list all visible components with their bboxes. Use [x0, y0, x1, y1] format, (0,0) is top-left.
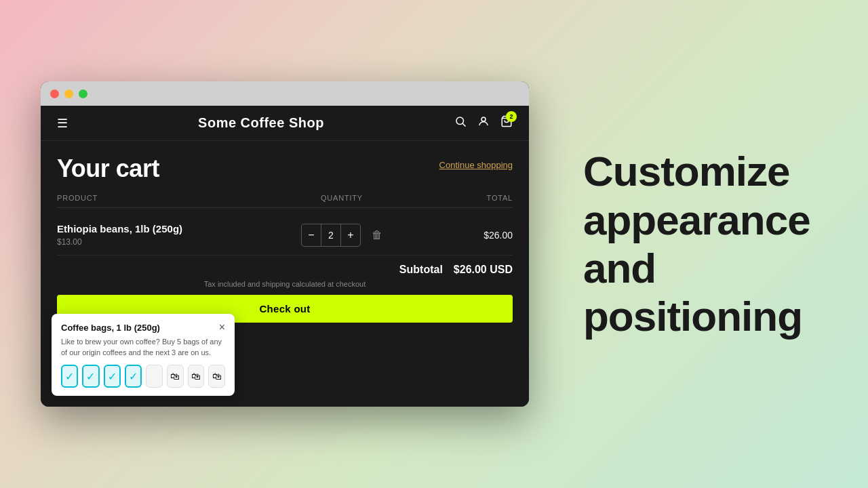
quantity-control: − 2 +	[301, 224, 361, 247]
popup-title: Coffee bags, 1 lb (250g)	[61, 323, 160, 333]
subtotal-label: Subtotal	[399, 264, 443, 276]
right-text-area: Customize appearance and positioning	[529, 147, 827, 340]
main-content: Your cart Continue shopping PRODUCT QUAN…	[41, 141, 529, 336]
svg-point-2	[481, 117, 486, 121]
popup-item-3: ✓	[104, 365, 121, 388]
quantity-column: − 2 + 🗑	[285, 224, 399, 247]
close-button[interactable]	[50, 89, 59, 98]
item-price: $13.00	[57, 237, 285, 247]
store-title: Some Coffee Shop	[198, 115, 324, 131]
quantity-value: 2	[321, 224, 341, 246]
popup-item-8: 🛍	[208, 365, 225, 388]
cart-title: Your cart	[57, 155, 159, 183]
cart-icon[interactable]: 2	[500, 115, 513, 131]
item-name: Ethiopia beans, 1lb (250g)	[57, 223, 285, 235]
store-header: ☰ Some Coffee Shop 2	[41, 106, 529, 141]
browser-window: ☰ Some Coffee Shop 2 Your cart Continue …	[41, 81, 529, 407]
cart-badge: 2	[506, 111, 517, 122]
tagline-line3: positioning	[583, 293, 802, 340]
popup-item-2: ✓	[82, 365, 99, 388]
browser-titlebar	[41, 81, 529, 106]
search-icon[interactable]	[454, 115, 467, 131]
hamburger-icon[interactable]: ☰	[57, 116, 68, 131]
popup-items: ✓ ✓ ✓ ✓ 🛍 🛍 🛍	[61, 365, 225, 388]
svg-line-1	[462, 123, 465, 126]
popup-close-button[interactable]: ×	[219, 322, 225, 333]
popup-header: Coffee bags, 1 lb (250g) ×	[61, 322, 225, 333]
tax-note: Tax included and shipping calculated at …	[57, 280, 513, 288]
item-total: $26.00	[399, 230, 513, 241]
account-icon[interactable]	[477, 115, 490, 131]
popup-item-5	[146, 365, 163, 388]
header-icons: 2	[454, 115, 513, 131]
popup-card: Coffee bags, 1 lb (250g) × Like to brew …	[52, 314, 235, 396]
continue-shopping-link[interactable]: Continue shopping	[439, 160, 513, 170]
subtotal-row: Subtotal $26.00 USD	[57, 256, 513, 280]
cart-item: Ethiopia beans, 1lb (250g) $13.00 − 2 + …	[57, 215, 513, 256]
column-total: TOTAL	[399, 194, 513, 202]
popup-item-4: ✓	[125, 365, 142, 388]
popup-item-7: 🛍	[188, 365, 205, 388]
delete-item-button[interactable]: 🗑	[372, 229, 382, 241]
column-product: PRODUCT	[57, 194, 285, 202]
column-quantity: QUANTITY	[285, 194, 399, 202]
minimize-button[interactable]	[64, 89, 73, 98]
tagline: Customize appearance and positioning	[583, 147, 827, 340]
svg-point-0	[456, 117, 464, 125]
tagline-line1: Customize	[583, 148, 789, 195]
quantity-decrease-button[interactable]: −	[302, 224, 321, 246]
item-info: Ethiopia beans, 1lb (250g) $13.00	[57, 223, 285, 247]
browser-content: ☰ Some Coffee Shop 2 Your cart Continue …	[41, 106, 529, 407]
subtotal-amount: $26.00 USD	[454, 264, 513, 276]
popup-item-1: ✓	[61, 365, 78, 388]
popup-item-6: 🛍	[167, 365, 184, 388]
popup-description: Like to brew your own coffee? Buy 5 bags…	[61, 337, 225, 358]
maximize-button[interactable]	[79, 89, 87, 98]
tagline-line2: appearance and	[583, 197, 810, 291]
quantity-increase-button[interactable]: +	[341, 224, 360, 246]
cart-table-header: PRODUCT QUANTITY TOTAL	[57, 194, 513, 208]
cart-header-row: Your cart Continue shopping	[57, 155, 513, 183]
